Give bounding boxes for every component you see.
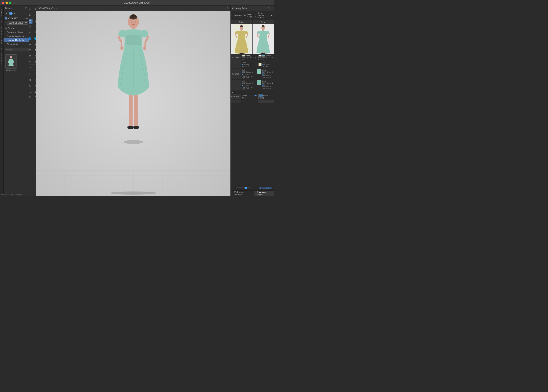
library-expand-icon[interactable]: ⇱ (25, 7, 27, 9)
tool-topstitch2[interactable]: ⊟ (33, 78, 36, 82)
tool-row: ⊞ ⊟ (29, 78, 36, 82)
svg-point-54 (260, 83, 261, 84)
tool-fabric[interactable]: ⊕ (29, 42, 33, 47)
maximize-button[interactable] (9, 2, 11, 4)
tool-topstitch[interactable]: ⊞ (29, 78, 33, 82)
sidebar-item-browse[interactable]: ▶ Browse (4, 26, 29, 30)
tool-pin[interactable]: ⊷ (29, 65, 33, 70)
tool-snap2[interactable]: ⋆ (33, 71, 36, 76)
svg-point-52 (258, 83, 259, 84)
blue-fabric1-pantone: PANTONE P 118-10 U | P 1 (262, 75, 273, 78)
butter-label-primary-icon: ▣ (242, 64, 243, 66)
window-controls[interactable] (2, 2, 11, 4)
tool-measure[interactable]: ⊠ (29, 53, 33, 58)
cw-preview-butter[interactable] (231, 24, 252, 54)
fabric-label: FABRIC (231, 69, 241, 79)
tool-stitch[interactable]: ⌖ (29, 30, 33, 35)
sidebar-item-favorite-contents[interactable]: Favorite Contents (4, 38, 29, 42)
clo-group-select[interactable]: CLO-SET Group (7, 21, 28, 25)
tool-sim2[interactable]: ⊞ (33, 59, 36, 64)
tool-sim[interactable]: ✂ (29, 59, 33, 64)
zoom-thumb[interactable] (244, 187, 247, 189)
tool-avatar2[interactable]: 🌐 (33, 36, 36, 41)
viewport[interactable]: STY000063_v8.zprj ⊡ (36, 6, 231, 196)
expand-icon[interactable]: ⊡ (268, 7, 270, 9)
tool-add[interactable]: ✙ (29, 13, 33, 18)
tab-2d-pattern[interactable]: 2D Pattern Window (231, 191, 254, 196)
tool-misc1[interactable]: ⊕ (29, 84, 33, 88)
zoom-slider[interactable] (236, 188, 251, 188)
svg-point-13 (131, 14, 136, 18)
tool-select[interactable]: ◫ (29, 19, 33, 24)
settings-icon[interactable]: ↺ (26, 17, 28, 20)
refresh-icon[interactable]: ⟳ (24, 17, 26, 20)
tool-edit[interactable]: ⬛ (29, 24, 33, 28)
blue-color-swatch1[interactable] (258, 55, 262, 56)
cw-data-section: COLOR (None) PANTONE P 7-2 U | P 7-2 U (231, 54, 274, 185)
tool-ruler[interactable]: ⊟ (33, 53, 36, 58)
tool-snap[interactable]: ⊹ (29, 71, 33, 76)
close-button[interactable] (2, 2, 4, 4)
cw-butter-fabric2: CLO-SET_Dress_2 ▣ Primary PANTONE P 7-2 … (241, 80, 256, 91)
tool-avatar[interactable]: 👤 (29, 36, 33, 41)
cloud-icon[interactable]: ☁ (9, 12, 13, 15)
tool-pin2[interactable]: ⊸ (33, 65, 36, 70)
tool-sew[interactable]: ⊡ (33, 30, 36, 35)
tool-nav3[interactable]: ⊕ (29, 95, 33, 99)
sidebar-item-all-contents[interactable]: All Contents (4, 42, 29, 46)
blue-label-swatch[interactable] (258, 63, 262, 66)
blue-graphic-swatch[interactable] (258, 94, 263, 97)
tool-misc2[interactable]: ⊗ (33, 84, 36, 88)
library-title: Library (5, 7, 12, 9)
minimize-button[interactable] (6, 2, 8, 4)
tool-transform[interactable]: ⬡ (33, 13, 36, 18)
zoom-plus-button[interactable]: + (253, 186, 255, 189)
butter-fabric1-pantone: PANTONE P 7-2 U | P 7-2 U (242, 75, 255, 79)
tab-colorway-editor[interactable]: Colorway Editor (254, 191, 274, 196)
sidebar-tab-history[interactable]: HISTORY (0, 7, 3, 19)
blue-graphic-eye[interactable]: 👁 (271, 94, 273, 97)
list-item[interactable]: CLO-S...zprj (5, 54, 17, 71)
tool-rotate[interactable]: ↺ (33, 7, 36, 11)
tool-move[interactable]: ⤢ (29, 7, 33, 11)
zoom-minus-button[interactable]: − (233, 186, 234, 189)
close-icon[interactable]: ✕ (271, 7, 272, 9)
collapse-arrow[interactable]: ▲ (231, 91, 233, 93)
viewport-3d[interactable] (36, 11, 230, 196)
show-hidden-graphic-button[interactable]: Show Hidden Graphic (254, 12, 268, 19)
butter-graphic-eye[interactable]: 👁 (255, 94, 257, 97)
tool-nav1[interactable]: ◇ (29, 90, 33, 95)
sidebar-tab-new-modular[interactable]: NEW MODULAR LIBRARY (0, 19, 3, 46)
blue-color-swatch2[interactable] (262, 55, 265, 56)
hidden-graphic-checkbox[interactable] (255, 14, 256, 17)
tool-arrange[interactable]: ◈ (29, 47, 33, 52)
tool-nav2[interactable]: ◆ (33, 90, 36, 95)
sidebar-item-favorite-workrooms[interactable]: Favorite Workrooms (4, 34, 29, 38)
tool-row: ⊕ ⊖ (29, 95, 36, 99)
tool-group-1: ⤢ ↺ (29, 6, 36, 12)
tool-nav4[interactable]: ⊖ (33, 95, 36, 99)
sidebar-item-company-library[interactable]: Company Library (4, 30, 29, 34)
cw-extra-data (241, 100, 274, 103)
all-contents-label: All Contents (7, 43, 18, 45)
tool-fabric2[interactable]: ⊞ (33, 42, 36, 47)
cw-extra-cell2 (258, 100, 274, 103)
favorites-icon[interactable]: ★ (5, 12, 8, 15)
sidebar-tab-modular[interactable]: MODULAR LIBRARY (0, 46, 3, 68)
tool-icon[interactable]: ⚙ (14, 12, 17, 15)
show-details-button[interactable]: Show Details (259, 187, 272, 189)
butter-color-swatch[interactable] (242, 55, 245, 56)
viewport-expand-icon[interactable]: ⊡ (227, 7, 229, 10)
blue-fabric1-swatch[interactable] (257, 69, 261, 74)
blue-fabric1-type: Primary (264, 73, 270, 75)
add-colorway-button[interactable]: + (271, 14, 272, 17)
update-button[interactable]: ⟳ Update (232, 14, 242, 17)
tool-cut[interactable]: ◻ (33, 24, 36, 28)
cw-blue-label: Label ▣ Primary (None) (258, 61, 274, 68)
tool-pen[interactable]: ✎ (33, 19, 36, 24)
search-input[interactable] (5, 48, 33, 51)
blue-fabric2-swatch[interactable] (257, 80, 261, 85)
tool-arrange2[interactable]: ▣ (33, 47, 36, 52)
cw-preview-blue[interactable] (253, 24, 274, 54)
save-image-button[interactable]: 🖼 Save Image (243, 13, 253, 18)
